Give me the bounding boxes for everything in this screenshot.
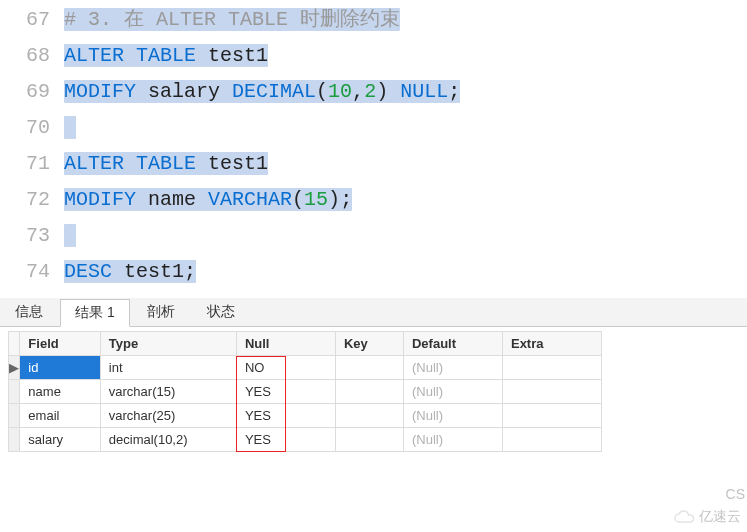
cell[interactable] bbox=[335, 380, 403, 404]
table-row[interactable]: emailvarchar(25)YES(Null) bbox=[9, 404, 602, 428]
cell[interactable]: YES bbox=[236, 380, 335, 404]
col-header[interactable]: Extra bbox=[502, 332, 601, 356]
cell[interactable]: varchar(15) bbox=[100, 380, 236, 404]
code-line[interactable]: 73 bbox=[0, 218, 747, 254]
line-number: 69 bbox=[0, 74, 64, 110]
code-content[interactable]: ALTER TABLE test1 bbox=[64, 38, 268, 74]
line-number: 74 bbox=[0, 254, 64, 290]
code-content[interactable]: ALTER TABLE test1 bbox=[64, 146, 268, 182]
col-header[interactable]: Type bbox=[100, 332, 236, 356]
watermark-text: 亿速云 bbox=[699, 508, 741, 526]
line-number: 67 bbox=[0, 2, 64, 38]
cell[interactable] bbox=[502, 428, 601, 452]
cs-mark: CS bbox=[726, 486, 745, 502]
col-header[interactable]: Null bbox=[236, 332, 335, 356]
cell[interactable] bbox=[335, 428, 403, 452]
code-line[interactable]: 68ALTER TABLE test1 bbox=[0, 38, 747, 74]
cell[interactable] bbox=[335, 356, 403, 380]
result-tabs: 信息结果 1剖析状态 bbox=[0, 298, 747, 327]
cell[interactable]: (Null) bbox=[403, 404, 502, 428]
cell[interactable] bbox=[502, 356, 601, 380]
code-line[interactable]: 72MODIFY name VARCHAR(15); bbox=[0, 182, 747, 218]
table-row[interactable]: namevarchar(15)YES(Null) bbox=[9, 380, 602, 404]
col-header[interactable]: Field bbox=[20, 332, 100, 356]
cloud-icon bbox=[673, 510, 695, 524]
cell[interactable]: int bbox=[100, 356, 236, 380]
watermark: 亿速云 bbox=[673, 508, 741, 526]
cell[interactable]: (Null) bbox=[403, 428, 502, 452]
code-content[interactable]: # 3. 在 ALTER TABLE 时删除约束 bbox=[64, 2, 400, 38]
cell[interactable]: (Null) bbox=[403, 356, 502, 380]
cell[interactable]: YES bbox=[236, 428, 335, 452]
cell[interactable]: NO bbox=[236, 356, 335, 380]
code-content[interactable]: MODIFY salary DECIMAL(10,2) NULL; bbox=[64, 74, 460, 110]
sql-editor[interactable]: 67# 3. 在 ALTER TABLE 时删除约束68ALTER TABLE … bbox=[0, 0, 747, 290]
cell[interactable] bbox=[335, 404, 403, 428]
line-number: 73 bbox=[0, 218, 64, 254]
line-number: 71 bbox=[0, 146, 64, 182]
row-indicator: ▶ bbox=[9, 356, 20, 380]
code-line[interactable]: 70 bbox=[0, 110, 747, 146]
col-header[interactable]: Key bbox=[335, 332, 403, 356]
code-line[interactable]: 71ALTER TABLE test1 bbox=[0, 146, 747, 182]
code-content[interactable] bbox=[64, 110, 76, 146]
cell[interactable]: email bbox=[20, 404, 100, 428]
line-number: 70 bbox=[0, 110, 64, 146]
cell[interactable] bbox=[502, 380, 601, 404]
cell[interactable]: name bbox=[20, 380, 100, 404]
code-content[interactable]: MODIFY name VARCHAR(15); bbox=[64, 182, 352, 218]
code-content[interactable]: DESC test1; bbox=[64, 254, 196, 290]
col-header[interactable]: Default bbox=[403, 332, 502, 356]
line-number: 72 bbox=[0, 182, 64, 218]
cell[interactable]: YES bbox=[236, 404, 335, 428]
cell[interactable]: salary bbox=[20, 428, 100, 452]
cell[interactable]: id bbox=[20, 356, 100, 380]
code-line[interactable]: 74DESC test1; bbox=[0, 254, 747, 290]
cell[interactable]: varchar(25) bbox=[100, 404, 236, 428]
tab-0[interactable]: 信息 bbox=[0, 298, 58, 326]
cell[interactable]: (Null) bbox=[403, 380, 502, 404]
row-indicator bbox=[9, 380, 20, 404]
line-number: 68 bbox=[0, 38, 64, 74]
cell[interactable] bbox=[502, 404, 601, 428]
row-indicator bbox=[9, 428, 20, 452]
code-line[interactable]: 67# 3. 在 ALTER TABLE 时删除约束 bbox=[0, 2, 747, 38]
table-row[interactable]: ▶idintNO(Null) bbox=[9, 356, 602, 380]
table-row[interactable]: salarydecimal(10,2)YES(Null) bbox=[9, 428, 602, 452]
code-content[interactable] bbox=[64, 218, 76, 254]
tab-1[interactable]: 结果 1 bbox=[60, 299, 130, 327]
tab-3[interactable]: 状态 bbox=[192, 298, 250, 326]
cell[interactable]: decimal(10,2) bbox=[100, 428, 236, 452]
code-line[interactable]: 69MODIFY salary DECIMAL(10,2) NULL; bbox=[0, 74, 747, 110]
row-indicator bbox=[9, 404, 20, 428]
result-table: FieldTypeNullKeyDefaultExtra▶idintNO(Nul… bbox=[8, 331, 602, 452]
tab-2[interactable]: 剖析 bbox=[132, 298, 190, 326]
